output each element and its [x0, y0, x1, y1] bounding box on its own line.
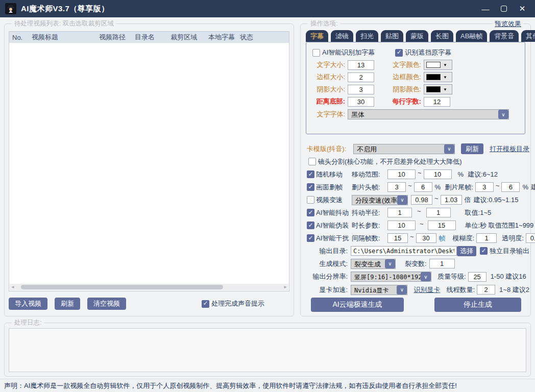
del-tail-label: 删片尾帧: [445, 183, 473, 192]
minimize-icon: — [482, 5, 490, 13]
del-tail-from-input[interactable] [475, 182, 494, 192]
disclaimer-text: 声明：AI魔术师是一款视频全自动剪辑软件，仅用于个人原创视频制作、提高剪辑效率，… [4, 381, 457, 390]
gen-mode-dropdown[interactable]: 裂变生成 ∨ [351, 259, 396, 269]
speed-mode-value: 分段变速(效率优 [352, 195, 397, 205]
move-range-label: 移动范围: [352, 170, 387, 179]
tab-背景音[interactable]: 背景音 [490, 30, 519, 42]
shot-split-checkbox[interactable] [308, 158, 316, 165]
video-list-group: 待处理视频列表: 双击选取裁剪区域 No.视频标题视频路径目录名裁剪区域本地字幕… [4, 23, 294, 316]
independent-dir-checkbox[interactable] [480, 247, 488, 255]
random-move-row: 随机移动 移动范围: ~ % 建议:6~12 [307, 168, 529, 181]
shake-radius-to-input[interactable] [426, 208, 451, 217]
threads-label: 线程数量: [446, 285, 475, 295]
titlebar: AI魔术师V3.7（尊享版） — ✕ [0, 0, 535, 17]
template-refresh-button[interactable]: 刷新 [461, 143, 483, 154]
maximize-button[interactable] [496, 2, 512, 15]
line-chars-input[interactable] [424, 97, 450, 107]
tab-其他[interactable]: 其他 [521, 30, 535, 42]
interval-from-input[interactable] [387, 233, 408, 243]
close-button[interactable]: ✕ [515, 2, 530, 15]
chevron-down-icon: ∨ [397, 285, 407, 295]
resolution-dropdown[interactable]: 竖屏[9:16]-1080*1920 ∨ [351, 272, 431, 282]
cloud-generate-button[interactable]: AI云端极速生成 [311, 298, 404, 312]
scroll-right-icon[interactable]: ► [282, 285, 288, 289]
tab-AB融帧[interactable]: AB融帧 [456, 30, 487, 42]
fission-count-input[interactable] [429, 259, 455, 268]
delete-frames-checkbox[interactable] [307, 183, 314, 191]
ai-shake-checkbox[interactable] [307, 209, 314, 216]
del-head-to-input[interactable] [414, 182, 432, 192]
sound-tip-checkbox[interactable] [202, 300, 209, 308]
scrollbar-thumb[interactable] [21, 285, 223, 289]
font-color-dropdown[interactable]: ▼ [424, 60, 452, 70]
tilde-separator: ~ [496, 182, 500, 189]
interval-to-input[interactable] [416, 233, 436, 243]
option-rows: 卡模版(抖音): 不启用 ∨ 刷新 打开模板目录 镜头分割(核心功能，不开启差异… [307, 142, 529, 313]
threads-hint: 1~8 建议2 [499, 285, 529, 295]
tab-蒙版[interactable]: 蒙版 [406, 30, 428, 42]
del-head-from-input[interactable] [387, 182, 406, 192]
scroll-left-icon[interactable]: ◄ [10, 285, 16, 289]
random-move-checkbox[interactable] [307, 170, 314, 178]
preview-effect-link[interactable]: 预览效果 [493, 19, 523, 29]
gpu-dropdown[interactable]: Nvidia显卡 ∨ [351, 285, 407, 295]
duration-to-input[interactable] [428, 220, 456, 230]
log-textarea[interactable] [9, 328, 526, 372]
bottom-gap-input[interactable] [348, 97, 374, 107]
chevron-down-icon: ∨ [444, 144, 454, 154]
del-head-unit: % [435, 183, 441, 191]
quality-input[interactable] [468, 272, 487, 282]
tab-字幕[interactable]: 字幕 [306, 30, 328, 42]
table-body[interactable] [9, 43, 289, 284]
tab-贴图[interactable]: 贴图 [381, 30, 403, 42]
font-size-input[interactable] [348, 60, 374, 70]
column-header-5: 本地字幕 [205, 33, 237, 42]
horizontal-scrollbar[interactable]: ◄ ► [10, 284, 288, 290]
ai-disguise-checkbox[interactable] [307, 222, 314, 229]
ai-shake-hint: 取值:1~5 [465, 208, 492, 217]
mask-original-checkbox[interactable] [395, 49, 403, 57]
border-color-dropdown[interactable]: ▼ [424, 72, 452, 82]
shadow-color-dropdown[interactable]: ▼ [424, 84, 452, 94]
ai-add-subtitle-checkbox[interactable] [312, 49, 320, 57]
choose-dir-button[interactable]: 选择 [457, 246, 476, 256]
move-range-to-input[interactable] [424, 169, 452, 179]
ai-interfere-checkbox[interactable] [307, 234, 314, 242]
move-range-unit: % [458, 170, 464, 178]
chevron-down-icon: ∨ [385, 259, 395, 268]
border-size-label: 边框大小: [310, 72, 345, 82]
speed-mode-dropdown[interactable]: 分段变速(效率优 ∨ [352, 195, 408, 205]
clear-videos-button[interactable]: 清空视频 [87, 298, 126, 310]
tab-滤镜[interactable]: 滤镜 [331, 30, 353, 42]
shadow-size-input[interactable] [348, 85, 374, 94]
random-move-label: 随机移动 [316, 170, 352, 179]
blur-input[interactable] [476, 233, 497, 243]
tab-扫光[interactable]: 扫光 [356, 30, 378, 42]
del-tail-unit: % [522, 183, 528, 191]
video-list-table[interactable]: No.视频标题视频路径目录名裁剪区域本地字幕状态 ◄ ► [9, 31, 289, 291]
threads-input[interactable] [477, 285, 495, 295]
tab-长图[interactable]: 长图 [431, 30, 453, 42]
template-dropdown[interactable]: 不启用 ∨ [353, 144, 455, 154]
speed-label: 视频变速 [316, 195, 352, 205]
list-footer: 导入视频 刷新 清空视频 处理完成声音提示 [9, 298, 289, 310]
import-videos-button[interactable]: 导入视频 [9, 298, 47, 310]
stop-generate-button[interactable]: 停止生成 [434, 298, 521, 312]
border-size-input[interactable] [348, 72, 374, 82]
minimize-button[interactable]: — [478, 2, 493, 15]
open-template-dir-link[interactable]: 打开模板目录 [490, 144, 529, 154]
font-family-dropdown[interactable]: 黑体 ∨ [348, 109, 509, 119]
detect-gpu-link[interactable]: 识别显卡 [414, 285, 440, 295]
refresh-list-button[interactable]: 刷新 [55, 298, 80, 310]
speed-to-input[interactable] [441, 195, 462, 205]
speed-checkbox[interactable] [307, 196, 314, 204]
move-range-from-input[interactable] [387, 169, 416, 179]
output-dir-input[interactable] [351, 246, 457, 256]
alpha-label: 透明度: [502, 234, 524, 243]
speed-from-input[interactable] [411, 195, 432, 205]
duration-from-input[interactable] [387, 220, 416, 230]
del-tail-to-input[interactable] [501, 182, 520, 192]
shake-radius-from-input[interactable] [387, 208, 412, 217]
alpha-input[interactable] [526, 233, 535, 243]
font-family-row: 文字字体: 黑体 ∨ [310, 108, 521, 121]
